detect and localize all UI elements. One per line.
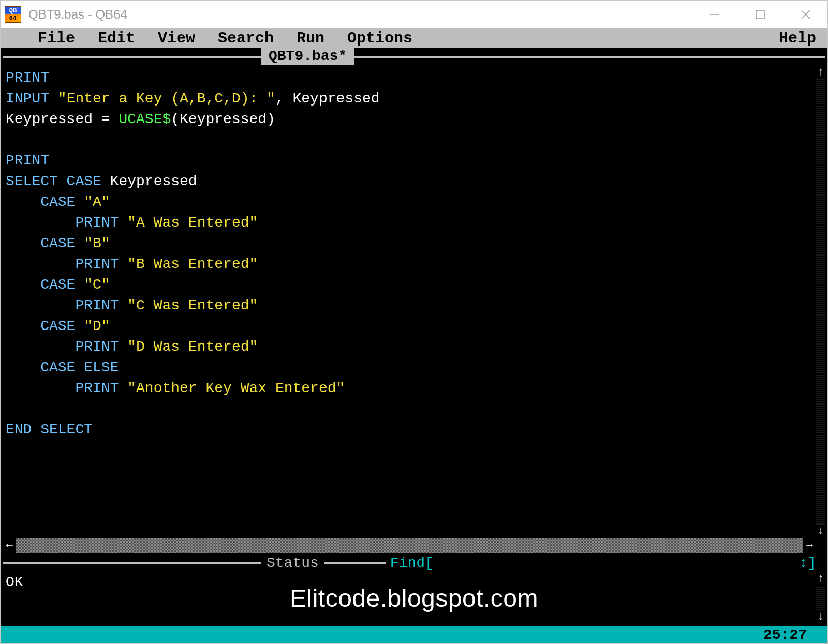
code-token: "Another Key Wax Entered" xyxy=(127,380,345,396)
scroll-track-vertical[interactable] xyxy=(816,79,825,525)
editor-area: QBT9.bas* PRINTINPUT "Enter a Key (A,B,C… xyxy=(1,48,827,626)
code-line: PRINT "D Was Entered" xyxy=(6,337,813,357)
menu-options[interactable]: Options xyxy=(336,28,424,48)
status-line-left xyxy=(3,562,261,564)
titlebar: QB 64 QBT9.bas - QB64 xyxy=(1,1,827,28)
scroll-right-icon[interactable]: → xyxy=(803,538,816,553)
minimize-button[interactable] xyxy=(707,7,722,22)
status-row: Status Find[ ↕] xyxy=(3,553,825,572)
code-token: "A" xyxy=(84,194,110,210)
horizontal-scrollbar[interactable]: ← → xyxy=(3,538,816,553)
immediate-window[interactable]: OK Elitcode.blogspot.com ↑ ↓ xyxy=(3,572,825,624)
code-row: PRINTINPUT "Enter a Key (A,B,C,D): ", Ke… xyxy=(3,66,825,538)
code-token: END SELECT xyxy=(6,422,93,438)
app-window: QB 64 QBT9.bas - QB64 File Edit View Sea… xyxy=(0,0,828,644)
code-token: "C" xyxy=(84,277,110,293)
code-line: PRINT xyxy=(6,151,813,171)
watermark-text: Elitcode.blogspot.com xyxy=(290,584,538,612)
document-tab[interactable]: QBT9.bas* xyxy=(261,48,354,65)
code-token: SELECT CASE xyxy=(6,173,110,189)
code-token: Keypressed = xyxy=(6,111,119,127)
code-line: CASE "A" xyxy=(6,192,813,213)
code-token: PRINT xyxy=(6,70,49,86)
menu-run[interactable]: Run xyxy=(285,28,336,48)
code-token: UCASE$ xyxy=(119,111,171,127)
code-token: CASE xyxy=(40,318,84,334)
scroll-up-icon[interactable]: ↑ xyxy=(816,572,825,586)
scroll-track-vertical[interactable] xyxy=(816,586,825,610)
code-token: CASE xyxy=(40,194,84,210)
document-tab-row: QBT9.bas* xyxy=(3,48,825,66)
find-input-label[interactable]: Find[ xyxy=(390,555,434,571)
menubar: File Edit View Search Run Options Help xyxy=(1,28,827,48)
cursor-position: 25:27 xyxy=(763,627,807,643)
immediate-vertical-scrollbar[interactable]: ↑ ↓ xyxy=(816,572,825,624)
code-token: "B Was Entered" xyxy=(127,256,258,272)
code-token: CASE xyxy=(40,235,84,251)
code-editor[interactable]: PRINTINPUT "Enter a Key (A,B,C,D): ", Ke… xyxy=(3,66,816,538)
code-token: "D" xyxy=(84,318,110,334)
code-token: PRINT xyxy=(75,380,127,396)
status-right: ↕] xyxy=(799,555,825,571)
status-label: Status xyxy=(261,555,324,571)
code-token: CASE xyxy=(40,277,84,293)
code-token: PRINT xyxy=(75,215,127,231)
code-token: "A Was Entered" xyxy=(127,215,258,231)
code-token: PRINT xyxy=(75,297,127,313)
doc-tab-line-left xyxy=(3,56,261,58)
ok-text: OK xyxy=(6,574,23,590)
code-token: PRINT xyxy=(6,153,49,169)
maximize-button[interactable] xyxy=(753,7,767,22)
scroll-down-icon[interactable]: ↓ xyxy=(816,525,825,538)
code-line xyxy=(6,399,813,420)
menu-view[interactable]: View xyxy=(146,28,206,48)
code-line: PRINT "C Was Entered" xyxy=(6,295,813,316)
app-icon-bot: 64 xyxy=(5,14,21,22)
menu-spacer xyxy=(424,28,767,48)
code-line: Keypressed = UCASE$(Keypressed) xyxy=(6,109,813,130)
code-line: CASE ELSE xyxy=(6,357,813,378)
code-token: PRINT xyxy=(75,339,127,355)
code-token: CASE ELSE xyxy=(40,360,119,376)
menu-help[interactable]: Help xyxy=(767,28,827,48)
code-line: PRINT "Another Key Wax Entered" xyxy=(6,378,813,399)
window-controls xyxy=(707,7,823,22)
scroll-track-horizontal[interactable] xyxy=(16,538,803,553)
code-line: CASE "D" xyxy=(6,316,813,337)
code-token: "C Was Entered" xyxy=(127,297,258,313)
code-line xyxy=(6,130,813,151)
scroll-down-icon[interactable]: ↓ xyxy=(816,610,825,624)
code-token: "D Was Entered" xyxy=(127,339,258,355)
code-token: "B" xyxy=(84,235,110,251)
code-token: "Enter a Key (A,B,C,D): " xyxy=(58,91,275,107)
menu-file[interactable]: File xyxy=(26,28,86,48)
code-line: PRINT "A Was Entered" xyxy=(6,213,813,233)
code-token: Keypressed xyxy=(110,173,197,189)
maximize-icon xyxy=(755,9,766,20)
code-line: PRINT "B Was Entered" xyxy=(6,254,813,275)
menu-edit[interactable]: Edit xyxy=(86,28,146,48)
app-icon: QB 64 xyxy=(5,6,21,23)
svg-rect-1 xyxy=(756,10,764,19)
scroll-up-icon[interactable]: ↑ xyxy=(816,66,825,79)
close-icon xyxy=(800,8,812,21)
app-icon-top: QB xyxy=(5,7,21,14)
minimize-icon xyxy=(708,8,721,21)
doc-tab-line-right xyxy=(354,56,825,58)
code-line: CASE "C" xyxy=(6,275,813,295)
bottom-statusbar: 25:27 xyxy=(1,626,827,643)
status-line-mid xyxy=(324,562,386,564)
close-button[interactable] xyxy=(799,7,813,22)
code-token: , Keypressed xyxy=(275,91,380,107)
menu-search[interactable]: Search xyxy=(206,28,285,48)
code-token: (Keypressed) xyxy=(171,111,275,127)
code-token: PRINT xyxy=(75,256,127,272)
code-token: INPUT xyxy=(6,91,58,107)
code-line: PRINT xyxy=(6,68,813,88)
code-line: SELECT CASE Keypressed xyxy=(6,171,813,192)
vertical-scrollbar[interactable]: ↑ ↓ xyxy=(816,66,825,538)
code-line: END SELECT xyxy=(6,420,813,440)
scroll-left-icon[interactable]: ← xyxy=(3,538,16,553)
code-line: INPUT "Enter a Key (A,B,C,D): ", Keypres… xyxy=(6,88,813,109)
code-line: CASE "B" xyxy=(6,233,813,254)
